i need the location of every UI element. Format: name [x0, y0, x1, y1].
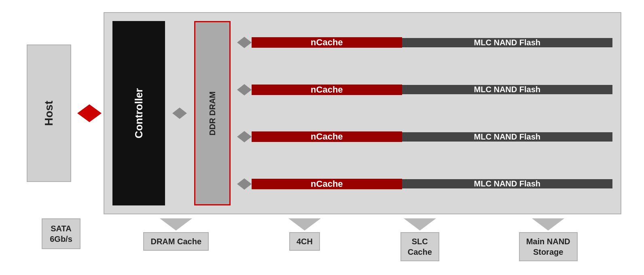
controller-label: Controller — [133, 88, 145, 138]
top-section: Host Controller — [23, 12, 621, 214]
main-nand-label-box: Main NANDStorage — [519, 232, 578, 261]
controller-box: Controller — [112, 21, 165, 205]
arch-labels-area: DRAM Cache 4CH SLCCache — [100, 218, 621, 261]
4ch-area: 4CH — [288, 218, 321, 251]
ncache-box-1: nCache — [252, 37, 402, 48]
ncache-label-4: nCache — [311, 179, 343, 189]
mlc-box-4: MLC NAND Flash — [402, 179, 612, 188]
nand-row-2: nCache MLC NAND Flash — [237, 68, 612, 112]
mlc-label-1: MLC NAND Flash — [474, 38, 540, 47]
gray-double-arrow-icon — [172, 108, 187, 119]
row-connector-3 — [237, 131, 252, 142]
sata-area: SATA6Gb/s — [23, 218, 100, 249]
ddr-to-nand-area: nCache MLC NAND Flash nCac — [237, 21, 612, 205]
nand-row-4: nCache MLC NAND Flash — [237, 163, 612, 206]
row-arrow-left-1-icon — [237, 37, 244, 48]
row-connector-2 — [237, 84, 252, 95]
row-arrow-3-icon — [237, 131, 252, 142]
row-arrow-right-1-icon — [244, 37, 252, 48]
nand-row-1: nCache MLC NAND Flash — [237, 21, 612, 64]
host-area: Host — [23, 12, 75, 214]
ncache-box-3: nCache — [252, 131, 402, 142]
mlc-box-1: MLC NAND Flash — [402, 38, 612, 47]
ncache-box-2: nCache — [252, 85, 402, 95]
ncache-label-1: nCache — [311, 37, 343, 48]
ctrl-ddr-connector — [172, 108, 188, 119]
main-arch-box: Controller DDR DRAM — [104, 12, 621, 214]
row-connector-1 — [237, 37, 252, 48]
ncache-label-3: nCache — [311, 131, 343, 142]
row-arrow-right-4-icon — [244, 178, 252, 190]
dram-cache-arrow-icon — [160, 218, 192, 231]
4ch-label-box: 4CH — [289, 232, 320, 251]
dram-cache-label: DRAM Cache — [150, 237, 201, 246]
mlc-label-4: MLC NAND Flash — [474, 179, 540, 188]
ncache-label-2: nCache — [311, 85, 343, 95]
sata-label: SATA6Gb/s — [50, 224, 72, 243]
4ch-label: 4CH — [297, 237, 313, 246]
dram-cache-label-box: DRAM Cache — [143, 232, 209, 251]
row-arrow-4-icon — [237, 178, 252, 190]
main-nand-arrow-icon — [532, 218, 564, 231]
main-nand-label: Main NANDStorage — [526, 237, 570, 256]
mlc-label-2: MLC NAND Flash — [474, 85, 540, 94]
row-arrow-left-3-icon — [237, 131, 244, 142]
slc-cache-label: SLCCache — [408, 237, 432, 256]
main-nand-area: Main NANDStorage — [519, 218, 578, 261]
host-box: Host — [27, 44, 71, 182]
mlc-box-3: MLC NAND Flash — [402, 132, 612, 142]
bottom-section: SATA6Gb/s DRAM Cache 4CH — [23, 214, 621, 263]
row-connector-4 — [237, 178, 252, 190]
red-double-arrow-icon — [77, 104, 102, 122]
arrow-left-icon — [77, 104, 89, 122]
ddr-label: DDR DRAM — [208, 91, 217, 135]
row-arrow-1-icon — [237, 37, 252, 48]
row-arrow-right-2-icon — [244, 84, 252, 95]
mlc-label-3: MLC NAND Flash — [474, 132, 540, 142]
dram-cache-area: DRAM Cache — [143, 218, 209, 251]
gray-arrow-right-icon — [180, 108, 187, 119]
ncache-box-4: nCache — [252, 179, 402, 189]
gray-arrow-left-icon — [172, 108, 180, 119]
slc-cache-arrow-icon — [404, 218, 436, 231]
row-arrow-left-4-icon — [237, 178, 244, 190]
4ch-arrow-icon — [288, 218, 321, 231]
row-arrow-2-icon — [237, 84, 252, 95]
diagram-container: Host Controller — [23, 12, 621, 263]
row-arrow-right-3-icon — [244, 131, 252, 142]
sata-label-box: SATA6Gb/s — [42, 218, 80, 249]
nand-row-3: nCache MLC NAND Flash — [237, 115, 612, 159]
host-label: Host — [42, 101, 55, 126]
slc-cache-label-box: SLCCache — [400, 232, 439, 261]
host-connector — [75, 12, 104, 214]
row-arrow-left-2-icon — [237, 84, 244, 95]
mlc-box-2: MLC NAND Flash — [402, 85, 612, 94]
ddr-box: DDR DRAM — [194, 21, 231, 205]
slc-cache-area: SLCCache — [400, 218, 439, 261]
arrow-right-icon — [89, 104, 102, 122]
